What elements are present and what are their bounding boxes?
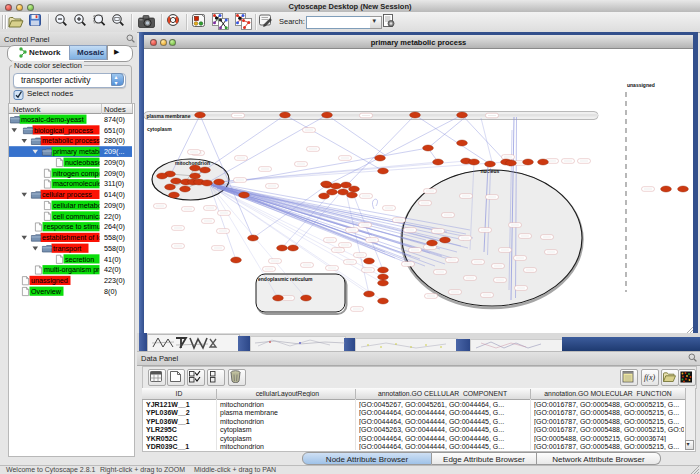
- svg-text:209(0): 209(0): [104, 158, 125, 167]
- svg-text:Overview: Overview: [31, 287, 62, 296]
- svg-text:42(0): 42(0): [104, 265, 121, 274]
- svg-text:cytoplasm: cytoplasm: [147, 126, 172, 132]
- svg-text:secretion: secretion: [65, 255, 94, 264]
- svg-text:biological_process: biological_process: [34, 126, 94, 135]
- svg-text:280(0): 280(0): [104, 136, 125, 145]
- svg-text:nitrogen compo: nitrogen compo: [53, 169, 103, 178]
- svg-text:cellular process: cellular process: [42, 190, 92, 199]
- svg-text:endoplasmic reticulum: endoplasmic reticulum: [258, 276, 313, 282]
- svg-text:209(0): 209(0): [104, 169, 125, 178]
- svg-text:22(0): 22(0): [104, 212, 121, 221]
- svg-text:cellular metabo: cellular metabo: [53, 201, 102, 210]
- svg-text:41(0): 41(0): [104, 255, 121, 264]
- svg-text:8(0): 8(0): [104, 287, 117, 296]
- svg-text:311(0): 311(0): [104, 179, 124, 188]
- svg-text:f(x): f(x): [644, 373, 655, 382]
- svg-text:unassigned: unassigned: [31, 276, 68, 285]
- svg-text:plasma membrane: plasma membrane: [147, 113, 191, 119]
- svg-text:multi-organism pro: multi-organism pro: [44, 265, 104, 274]
- svg-text:223(0): 223(0): [104, 276, 125, 285]
- svg-text:874(0): 874(0): [104, 115, 125, 124]
- svg-text:metabolic process: metabolic process: [42, 136, 100, 145]
- svg-text:primary metabo: primary metabo: [53, 147, 103, 156]
- svg-text:establishment of lo: establishment of lo: [42, 233, 102, 242]
- svg-text:response to stimul: response to stimul: [44, 222, 103, 231]
- svg-text:264(0): 264(0): [104, 222, 125, 231]
- svg-text:614(0): 614(0): [104, 190, 125, 199]
- svg-text:cell communicat: cell communicat: [53, 212, 105, 221]
- svg-text:209(...: 209(...: [104, 147, 124, 156]
- svg-text:transport: transport: [53, 244, 81, 253]
- svg-text:unassigned: unassigned: [627, 82, 655, 88]
- svg-text:macromolecule: macromolecule: [53, 179, 102, 188]
- svg-text:nucleobase-: nucleobase-: [65, 158, 105, 167]
- svg-text:209(0): 209(0): [104, 201, 125, 210]
- svg-text:mosaic-demo-yeast: mosaic-demo-yeast: [21, 115, 84, 124]
- svg-text:558(0): 558(0): [104, 233, 125, 242]
- svg-text:558(0): 558(0): [104, 244, 125, 253]
- svg-text:651(0): 651(0): [104, 126, 125, 135]
